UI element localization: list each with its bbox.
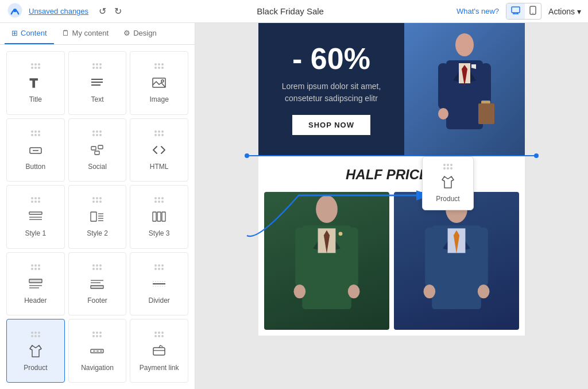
header-right-controls: What's new? Actions ▾	[457, 3, 581, 20]
product-image-1	[264, 192, 389, 330]
drag-handle	[92, 197, 102, 203]
header-label: Header	[24, 296, 47, 305]
title-label: Title	[29, 95, 42, 103]
app-logo	[7, 2, 23, 21]
button-icon	[28, 141, 44, 159]
drag-handle	[31, 197, 40, 203]
drag-handle	[154, 264, 164, 270]
svg-rect-43	[153, 348, 165, 355]
drop-line	[247, 155, 536, 156]
component-header[interactable]: Header	[6, 252, 65, 316]
social-icon	[89, 141, 105, 159]
divider-icon	[151, 275, 167, 293]
hero-suit-image	[404, 23, 525, 155]
hero-shop-now-button[interactable]: SHOP NOW	[292, 115, 370, 135]
suit-figure-svg	[430, 29, 499, 149]
style3-icon	[151, 207, 167, 226]
blue-suit-svg	[394, 192, 519, 330]
component-divider[interactable]: Divider	[130, 252, 188, 316]
tooltip-drag-handle	[443, 164, 452, 170]
unsaved-changes-link[interactable]: Unsaved changes	[29, 7, 88, 16]
style3-label: Style 3	[149, 229, 170, 237]
undo-redo-controls: ↺ ↻	[96, 5, 124, 18]
product-label: Product	[24, 364, 47, 372]
svg-point-78	[478, 284, 490, 298]
html-label: HTML	[150, 163, 169, 171]
svg-rect-75	[425, 228, 434, 287]
svg-rect-64	[295, 228, 304, 287]
product-shirt-icon	[28, 342, 44, 360]
drop-dot-right	[534, 153, 539, 158]
canvas-inner: - 60% Lorem ipsum dolor sit amet, conset…	[195, 23, 588, 389]
component-button[interactable]: Button	[6, 118, 65, 182]
footer-icon	[89, 275, 105, 293]
drag-handle	[154, 63, 164, 69]
component-style3[interactable]: Style 3	[130, 185, 188, 249]
component-image[interactable]: Image	[130, 51, 188, 115]
component-style1[interactable]: Style 1	[6, 185, 65, 249]
component-html[interactable]: HTML	[130, 118, 188, 182]
component-text[interactable]: Text	[68, 51, 127, 115]
drag-handle	[92, 63, 102, 69]
svg-rect-19	[29, 212, 42, 214]
actions-label: Actions	[548, 7, 575, 16]
tooltip-product-label: Product	[436, 195, 459, 203]
hero-section: - 60% Lorem ipsum dolor sit amet, conset…	[258, 23, 525, 155]
app-header: Unsaved changes ↺ ↻ Black Friday Sale Wh…	[0, 0, 588, 23]
redo-button[interactable]: ↻	[112, 5, 124, 18]
svg-rect-30	[29, 279, 42, 283]
drag-handle	[31, 63, 40, 69]
svg-point-77	[424, 284, 436, 298]
component-product[interactable]: Product	[6, 319, 65, 383]
drag-handle	[154, 197, 164, 203]
tab-my-content[interactable]: 🗒 My content	[55, 23, 116, 44]
svg-point-67	[348, 284, 360, 298]
svg-point-13	[161, 80, 164, 82]
content-tab-icon: ⊞	[11, 29, 18, 37]
payment-label: Payment link	[140, 364, 179, 372]
desktop-view-button[interactable]	[506, 3, 525, 19]
actions-menu[interactable]: Actions ▾	[548, 7, 581, 16]
svg-rect-29	[162, 212, 165, 221]
hero-left: - 60% Lorem ipsum dolor sit amet, conset…	[258, 23, 404, 155]
svg-rect-18	[95, 151, 99, 155]
footer-label: Footer	[87, 296, 107, 305]
component-social[interactable]: Social	[68, 118, 127, 182]
products-row	[264, 192, 519, 330]
tab-design[interactable]: ⚙ Design	[117, 23, 163, 44]
drag-handle	[92, 264, 102, 270]
components-grid: T Title Text	[0, 45, 195, 389]
document-title: Black Friday Sale	[130, 6, 451, 16]
left-panel: ⊞ Content 🗒 My content ⚙ Design T	[0, 23, 195, 389]
whats-new-link[interactable]: What's new?	[457, 7, 499, 16]
half-prices-title: HALF PRICES	[264, 167, 519, 183]
component-footer[interactable]: Footer	[68, 252, 127, 316]
tab-content[interactable]: ⊞ Content	[5, 23, 54, 44]
undo-button[interactable]: ↺	[96, 5, 109, 18]
desktop-icon	[511, 6, 520, 14]
drop-dot-left	[245, 153, 249, 158]
style2-label: Style 2	[87, 229, 108, 237]
svg-text:T: T	[30, 76, 38, 90]
payment-icon	[151, 342, 167, 360]
svg-rect-28	[157, 212, 161, 221]
style1-label: Style 1	[25, 229, 46, 237]
navigation-label: Navigation	[81, 364, 114, 372]
svg-point-68	[339, 232, 343, 236]
half-prices-section: HALF PRICES	[258, 155, 525, 336]
svg-rect-57	[478, 103, 494, 124]
hero-discount-text: - 60%	[292, 44, 370, 74]
drag-handle	[92, 332, 102, 337]
drag-handle	[154, 130, 164, 136]
title-icon: T	[28, 74, 44, 92]
component-payment[interactable]: Payment link	[130, 319, 188, 383]
drag-handle	[31, 264, 40, 270]
tooltip-shirt-icon	[440, 173, 456, 191]
component-style2[interactable]: Style 2	[68, 185, 127, 249]
component-title[interactable]: T Title	[6, 51, 65, 115]
design-tab-label: Design	[133, 29, 156, 37]
component-navigation[interactable]: Navigation	[68, 319, 127, 383]
header-icon	[28, 275, 44, 293]
mobile-view-button[interactable]	[525, 3, 541, 19]
svg-point-55	[438, 108, 448, 120]
